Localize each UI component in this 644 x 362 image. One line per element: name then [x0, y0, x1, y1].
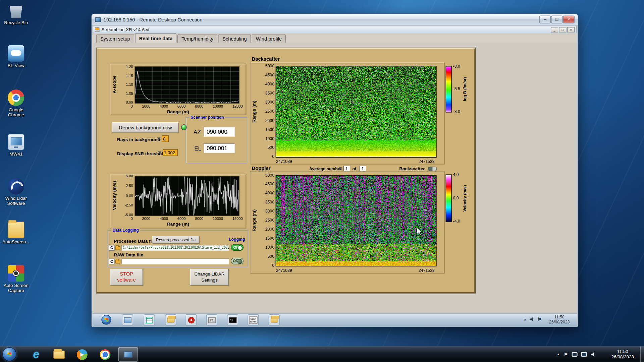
tick-label: 12000	[232, 217, 243, 221]
taskbar-media-player[interactable]: ▶	[72, 347, 92, 362]
tray-network-icon[interactable]	[581, 352, 587, 357]
tick-label: 1000	[265, 245, 274, 249]
app-restore-button[interactable]: □	[559, 27, 567, 32]
window-icon	[124, 317, 131, 323]
desktop-icon-mw41[interactable]: MW41	[1, 134, 31, 156]
desktop-icon-autoscreen[interactable]: AutoScreen...	[1, 222, 31, 244]
tab-wind-profile[interactable]: Wind profile	[252, 35, 286, 44]
desktop-icon-auto-screen-capture[interactable]: Auto Screen Capture	[1, 265, 31, 293]
tray-volume-icon[interactable]	[591, 352, 596, 357]
backscatter-ylabel: Range (m)	[251, 101, 256, 123]
remote-volume-icon[interactable]	[530, 317, 535, 322]
remote-tray-caret-icon[interactable]: ▲	[523, 317, 527, 321]
rdp-minimize-button[interactable]: –	[539, 16, 551, 23]
doppler-plot-area[interactable]	[276, 175, 437, 266]
desktop-icon-wind-lidar[interactable]: Wind Lidar Software	[1, 178, 31, 205]
ascope-plot-area	[135, 66, 239, 103]
backscatter-plot-area[interactable]	[276, 66, 437, 158]
processed-browse-icon[interactable]	[115, 246, 120, 250]
data-logging-group: Data Logging Processed Data file Restart…	[108, 230, 248, 267]
tick-label: 8000	[195, 104, 204, 108]
remote-taskbar-power-app[interactable]	[185, 314, 197, 325]
backscatter-toggle[interactable]	[428, 167, 437, 171]
average-number-field[interactable]: 1	[343, 166, 350, 172]
tab-real-time-data[interactable]: Real time data	[135, 33, 176, 43]
start-button[interactable]	[2, 347, 16, 361]
tray-display-icon[interactable]	[572, 352, 577, 357]
remote-taskbar-grid-app[interactable]	[144, 314, 155, 325]
tick-label: 500	[268, 254, 274, 258]
backscatter-heading: Backscatter	[252, 56, 280, 62]
rdp-maximize-button[interactable]: □	[551, 16, 562, 23]
raw-drive-selector[interactable]: C	[109, 258, 114, 264]
remote-action-center-icon[interactable]: ⚑	[537, 316, 542, 322]
tray-show-hidden-icon[interactable]: ▲	[557, 353, 560, 356]
taskbar-internet-explorer[interactable]: e	[26, 347, 46, 362]
change-lidar-settings-button[interactable]: Change LiDAR Settings	[190, 269, 229, 285]
snr-spinner[interactable]	[158, 149, 162, 156]
tick-label: 2.50	[126, 184, 133, 188]
scanner-position-group: Scanner position AZ 090.000 EL 090.001	[185, 117, 247, 163]
tab-scheduling[interactable]: Scheduling	[218, 35, 251, 44]
remote-taskbar-console-app[interactable]: C:\	[227, 314, 238, 325]
tab-system-setup[interactable]: System setup	[96, 35, 135, 44]
remote-clock[interactable]: 11:50 26/08/2023	[543, 315, 576, 324]
app-close-button[interactable]: ×	[567, 27, 575, 32]
taskbar-chrome[interactable]	[95, 347, 115, 362]
media-player-icon: ▶	[77, 349, 88, 360]
tick-label: 0	[272, 155, 274, 159]
remote-taskbar-scan-sched-app[interactable]: Scan sched	[248, 314, 259, 325]
average-number-spinner[interactable]	[339, 165, 342, 171]
remote-taskbar-folder2-app[interactable]	[269, 314, 280, 325]
tick-label: 2000	[142, 217, 151, 221]
rays-value-field[interactable]: 8	[162, 135, 169, 142]
remote-taskbar-folder-app[interactable]	[165, 314, 176, 325]
tick-label: 0.0	[453, 196, 460, 200]
app-titlebar[interactable]: StreamLine XR v14-6.vi _ □ ×	[93, 26, 577, 33]
tick-label: 5000	[265, 64, 274, 68]
remote-start-button[interactable]	[101, 315, 111, 324]
raw-logging-toggle[interactable]: OFF	[231, 258, 244, 264]
backscatter-xtick-left: 2471039	[276, 159, 292, 164]
tray-action-center-icon[interactable]: ⚑	[564, 352, 568, 357]
scan-scheduler-icon: Scan sched	[249, 316, 257, 323]
renew-background-button[interactable]: Renew background now	[112, 122, 178, 133]
remote-desktop: StreamLine XR v14-6.vi _ □ × System setu…	[93, 25, 577, 326]
clock-date: 26/08/2023	[606, 354, 639, 360]
stop-software-button[interactable]: STOP software	[110, 269, 143, 285]
processed-logging-toggle[interactable]: ON	[231, 244, 244, 251]
snr-value-field[interactable]: 1.002	[163, 149, 178, 156]
doppler-colorbar-label: Velocity (m/s)	[463, 185, 467, 212]
average-count-field[interactable]: 1	[359, 166, 366, 172]
raw-path-field[interactable]	[121, 258, 229, 264]
show-desktop-button[interactable]	[640, 346, 644, 362]
taskbar-clock[interactable]: 11:50 26/08/2023	[606, 349, 639, 360]
taskbar-remote-desktop-active[interactable]	[118, 347, 138, 362]
rdp-titlebar[interactable]: 192.168.0.150 - Remote Desktop Connectio…	[92, 14, 578, 25]
el-value-field[interactable]: 090.001	[204, 143, 235, 153]
raw-browse-icon[interactable]	[115, 260, 120, 263]
labview-app-icon	[95, 27, 99, 32]
tick-label: 12000	[232, 104, 243, 108]
desktop-icon-google-chrome[interactable]: Google Chrome	[1, 89, 31, 117]
chrome-icon	[8, 89, 24, 106]
processed-path-field[interactable]: C:\Lidar\Data\Proc\2023\202308\20230826\…	[121, 245, 229, 251]
restart-processed-file-button[interactable]: Restart processed file	[152, 236, 199, 243]
tick-label: 0	[130, 217, 132, 221]
tab-temp-humidity[interactable]: Temp/humidity	[177, 35, 217, 44]
processed-drive-selector[interactable]: C	[109, 245, 114, 251]
rdp-close-button[interactable]: ×	[563, 16, 575, 23]
rays-spinner[interactable]	[157, 135, 161, 141]
tick-label: 1500	[265, 127, 274, 131]
taskbar-file-explorer[interactable]	[49, 347, 69, 362]
az-value-field[interactable]: 090.000	[204, 127, 235, 136]
chrome-icon	[100, 349, 111, 360]
desktop-icon-recycle-bin[interactable]: Recycle Bin	[1, 2, 31, 25]
tick-label: 1.20	[126, 65, 133, 69]
backscatter-toggle-label: Backscatter	[399, 166, 425, 171]
remote-taskbar-xr-app[interactable]: XR	[206, 314, 217, 325]
desktop-icon-bl-view[interactable]: BL-View	[1, 45, 31, 68]
doppler-xtick-left: 2471039	[276, 268, 292, 273]
remote-taskbar-window-app[interactable]	[122, 314, 133, 325]
app-minimize-button[interactable]: _	[551, 27, 558, 32]
